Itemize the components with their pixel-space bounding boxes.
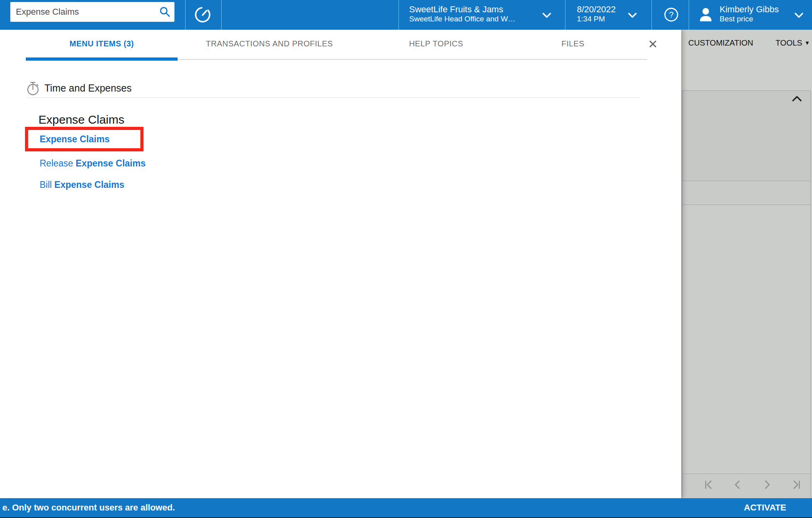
branch-name: SweetLife Head Office and W… bbox=[409, 15, 556, 23]
customization-link[interactable]: CUSTOMIZATION bbox=[688, 38, 753, 48]
activate-button[interactable]: ACTIVATE bbox=[744, 503, 786, 513]
side-panel-body bbox=[682, 205, 811, 474]
topbar-divider bbox=[651, 0, 652, 30]
topbar-divider bbox=[689, 0, 689, 30]
stopwatch-icon bbox=[25, 81, 40, 96]
company-branch-selector[interactable]: SweetLife Fruits & Jams SweetLife Head O… bbox=[409, 4, 556, 26]
chevron-down-icon bbox=[542, 13, 551, 18]
search-input[interactable] bbox=[10, 7, 159, 17]
business-date-selector[interactable]: 8/20/2022 1:34 PM bbox=[577, 4, 636, 26]
next-page-icon[interactable] bbox=[762, 480, 772, 490]
tab-help-topics[interactable]: HELP TOPICS bbox=[403, 39, 469, 48]
trial-message: e. Only two concurrent users are allowed… bbox=[2, 503, 175, 513]
acumatica-app: SweetLife Fruits & Jams SweetLife Head O… bbox=[0, 0, 812, 518]
category-divider bbox=[27, 97, 641, 98]
svg-text:?: ? bbox=[669, 10, 674, 19]
tab-transactions-and-profiles[interactable]: TRANSACTIONS AND PROFILES bbox=[193, 39, 346, 48]
caret-down-icon: ▼ bbox=[804, 40, 810, 46]
search-icon[interactable] bbox=[159, 6, 170, 18]
side-panel-pagination bbox=[682, 474, 811, 498]
side-panel-header: CUSTOMIZATION TOOLS ▼ bbox=[681, 30, 812, 90]
collapse-chevron-up-icon[interactable] bbox=[792, 96, 802, 102]
time-tracking-button[interactable] bbox=[193, 6, 212, 25]
help-icon: ? bbox=[663, 7, 679, 23]
result-group-title: Expense Claims bbox=[38, 113, 124, 126]
company-name: SweetLife Fruits & Jams bbox=[409, 4, 556, 15]
topbar-divider bbox=[185, 0, 186, 30]
topbar-divider bbox=[221, 0, 222, 30]
tools-dropdown[interactable]: TOOLS ▼ bbox=[776, 38, 810, 48]
result-link-expense-claims[interactable]: Expense Claims bbox=[40, 134, 109, 145]
user-name: Kimberly Gibbs bbox=[720, 4, 779, 15]
last-page-icon[interactable] bbox=[791, 480, 801, 490]
topbar-divider bbox=[565, 0, 565, 30]
side-panel-section bbox=[682, 90, 811, 181]
active-tab-underline bbox=[26, 57, 178, 61]
trial-banner: e. Only two concurrent users are allowed… bbox=[0, 498, 812, 517]
search-results-panel: MENU ITEMS (3) TRANSACTIONS AND PROFILES… bbox=[0, 30, 681, 498]
topbar-divider bbox=[398, 0, 399, 30]
business-date: 8/20/2022 bbox=[577, 4, 636, 15]
top-bar: SweetLife Fruits & Jams SweetLife Head O… bbox=[0, 0, 812, 30]
user-menu[interactable]: Kimberly Gibbs Best price bbox=[696, 4, 807, 26]
previous-page-icon[interactable] bbox=[733, 480, 743, 490]
tab-menu-items[interactable]: MENU ITEMS (3) bbox=[26, 39, 178, 48]
first-page-icon[interactable] bbox=[704, 480, 714, 490]
result-link-bill-expense-claims[interactable]: Bill Expense Claims bbox=[40, 180, 124, 190]
side-panel-row bbox=[682, 181, 811, 205]
chevron-down-icon bbox=[795, 13, 803, 18]
global-search-box[interactable] bbox=[10, 2, 174, 22]
dimmed-side-panel: CUSTOMIZATION TOOLS ▼ bbox=[681, 30, 812, 498]
tab-files[interactable]: FILES bbox=[557, 39, 589, 48]
highlight-annotation: Expense Claims bbox=[25, 127, 144, 151]
help-button[interactable]: ? bbox=[663, 7, 680, 23]
category-label: Time and Expenses bbox=[44, 82, 132, 94]
timer-icon bbox=[194, 6, 211, 23]
close-icon[interactable]: ✕ bbox=[648, 38, 658, 50]
user-avatar-icon bbox=[696, 5, 716, 25]
business-time: 1:34 PM bbox=[577, 15, 636, 23]
result-link-release-expense-claims[interactable]: Release Expense Claims bbox=[40, 158, 146, 169]
user-subtitle: Best price bbox=[720, 15, 779, 23]
chevron-down-icon bbox=[628, 13, 637, 18]
